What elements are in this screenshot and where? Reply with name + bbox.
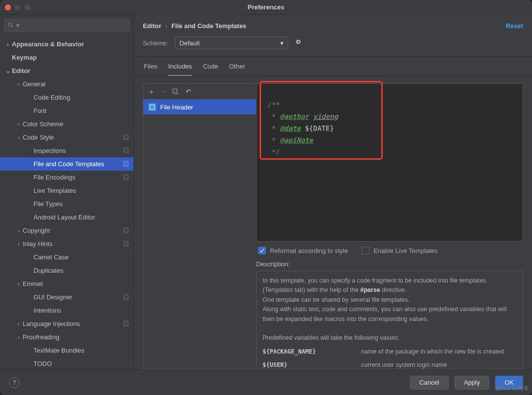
template-toolbar: ＋ − ⿻ ↶ [143,83,256,99]
template-item-file-header[interactable]: File Header [143,100,256,114]
breadcrumb-leaf: File and Code Templates [171,22,246,30]
template-list[interactable]: File Header [143,99,256,369]
sidebar-item-label: Copyright [23,227,120,234]
sidebar-item-label: Intentions [33,307,130,314]
scheme-combo[interactable]: Default ▾ [175,36,288,49]
chevron-right-icon: › [15,240,23,248]
sidebar-item-appearance-behavior[interactable]: ›Appearance & Behavior [0,37,133,51]
tab-code[interactable]: Code [203,63,218,76]
sidebar-item-color-scheme[interactable]: ›Color Scheme [0,117,133,131]
chevron-right-icon: › [15,227,23,234]
reformat-label: Reformat according to style [270,247,348,254]
description-panel: In this template, you can specify a code… [256,271,523,369]
gear-icon[interactable] [295,38,303,48]
apply-button[interactable]: Apply [455,376,490,390]
sidebar-item-gui-designer[interactable]: GUI Designer⿻ [0,290,133,304]
enable-live-templates-checkbox[interactable]: Enable Live Templates [362,247,438,254]
copy-icon[interactable]: ⿻ [172,88,179,95]
content-area: ＋ − ⿻ ↶ File Header [134,76,532,369]
sidebar-item-label: Android Layout Editor [33,214,130,221]
svg-point-0 [8,23,12,26]
breadcrumb-root[interactable]: Editor [143,22,162,30]
sidebar-item-label: Proofreading [23,333,130,341]
chevron-down-icon: ▾ [280,39,284,47]
editor-column: /** * @author yideng * @date ${DATE} * @… [256,83,523,369]
add-icon[interactable]: ＋ [148,87,155,96]
main-panel: Editor › File and Code Templates Reset S… [134,15,532,369]
variable-name: ${PACKAGE_NAME} [263,347,361,357]
chevron-right-icon: › [15,320,23,327]
sidebar-item-label: Code Editing [33,94,130,101]
watermark: @51CTO博客 [496,385,529,392]
scheme-label: Scheme: [143,39,168,47]
sidebar-item-label: TextMate Bundles [33,347,130,354]
search-input[interactable]: ▾ [4,19,130,32]
variable-desc: name of the package in which the new fil… [361,347,504,357]
tab-other[interactable]: Other [229,63,245,76]
sidebar-item-code-style[interactable]: ›Code Style⿻ [0,131,133,144]
chevron-right-icon: › [15,280,23,287]
sidebar-item-label: General [23,80,130,88]
sidebar-item-label: Color Scheme [23,120,130,128]
sidebar-item-file-types[interactable]: File Types [0,197,133,211]
reformat-checkbox[interactable]: ✓ Reformat according to style [258,247,348,254]
sidebar-item-textmate-bundles[interactable]: TextMate Bundles [0,344,133,357]
sidebar-item-camel-case[interactable]: Camel Case [0,251,133,264]
checkbox-unchecked-icon [362,247,369,254]
scope-icon: ⿻ [123,160,130,168]
sidebar-item-emmet[interactable]: ›Emmet [0,277,133,290]
variable-name: ${USER} [263,360,361,369]
sidebar-item-todo[interactable]: TODO [0,357,133,369]
remove-icon[interactable]: − [162,88,166,95]
sidebar-item-duplicates[interactable]: Duplicates [0,264,133,277]
code-editor[interactable]: /** * @author yideng * @date ${DATE} * @… [256,83,523,242]
cancel-button[interactable]: Cancel [410,376,448,390]
tab-includes[interactable]: Includes [168,63,192,76]
scheme-row: Scheme: Default ▾ [134,36,532,57]
template-tabs: FilesIncludesCodeOther [134,57,532,76]
sidebar-item-label: GUI Designer [33,293,120,301]
variable-desc: current user system login name [361,360,447,369]
help-icon[interactable]: ? [9,377,20,388]
scope-icon: ⿻ [123,174,130,181]
sidebar-item-file-encodings[interactable]: File Encodings⿻ [0,171,133,184]
sidebar-item-editor[interactable]: ⌄Editor [0,64,133,77]
sidebar-item-inlay-hints[interactable]: ›Inlay Hints⿻ [0,237,133,251]
chevron-right-icon: › [166,22,167,30]
sidebar-item-label: Live Templates [33,187,130,194]
settings-tree[interactable]: ›Appearance & BehaviorKeymap⌄Editor›Gene… [0,36,133,369]
sidebar-item-language-injections[interactable]: ›Language Injections⿻ [0,317,133,330]
tab-files[interactable]: Files [144,63,157,76]
sidebar-item-copyright[interactable]: ›Copyright⿻ [0,224,133,237]
sidebar-item-keymap[interactable]: Keymap [0,51,133,64]
sidebar-item-label: File Encodings [33,174,120,181]
dialog-footer: ? Cancel Apply OK [0,369,532,395]
sidebar-item-android-layout-editor[interactable]: Android Layout Editor [0,211,133,224]
sidebar-item-general[interactable]: ›General [0,77,133,91]
sidebar-item-live-templates[interactable]: Live Templates [0,184,133,197]
sidebar-item-font[interactable]: Font [0,104,133,117]
chevron-down-icon: ⌄ [4,67,12,74]
svg-line-1 [12,26,13,28]
sidebar-item-inspections[interactable]: Inspections⿻ [0,144,133,157]
template-item-label: File Header [160,104,193,111]
sidebar-item-label: Appearance & Behavior [12,40,130,48]
undo-icon[interactable]: ↶ [186,88,191,95]
checkbox-checked-icon: ✓ [258,247,266,254]
sidebar-item-proofreading[interactable]: ›Proofreading [0,330,133,344]
chevron-right-icon: › [15,80,23,88]
description-label: Description: [256,260,523,268]
scope-icon: ⿻ [123,134,130,141]
window-title: Preferences [0,3,532,11]
variable-row: ${USER}current user system login name [263,360,517,369]
reset-link[interactable]: Reset [506,22,523,30]
sidebar-item-label: Emmet [23,280,130,287]
sidebar-item-code-editing[interactable]: Code Editing [0,91,133,104]
enable-live-templates-label: Enable Live Templates [373,247,438,254]
sidebar-item-file-and-code-templates[interactable]: File and Code Templates⿻ [0,157,133,171]
sidebar-item-label: Font [33,107,130,114]
sidebar-item-label: File and Code Templates [33,160,120,168]
code-content[interactable]: /** * @author yideng * @date ${DATE} * @… [263,84,343,241]
sidebar-item-intentions[interactable]: Intentions [0,304,133,317]
scope-icon: ⿻ [123,147,130,154]
